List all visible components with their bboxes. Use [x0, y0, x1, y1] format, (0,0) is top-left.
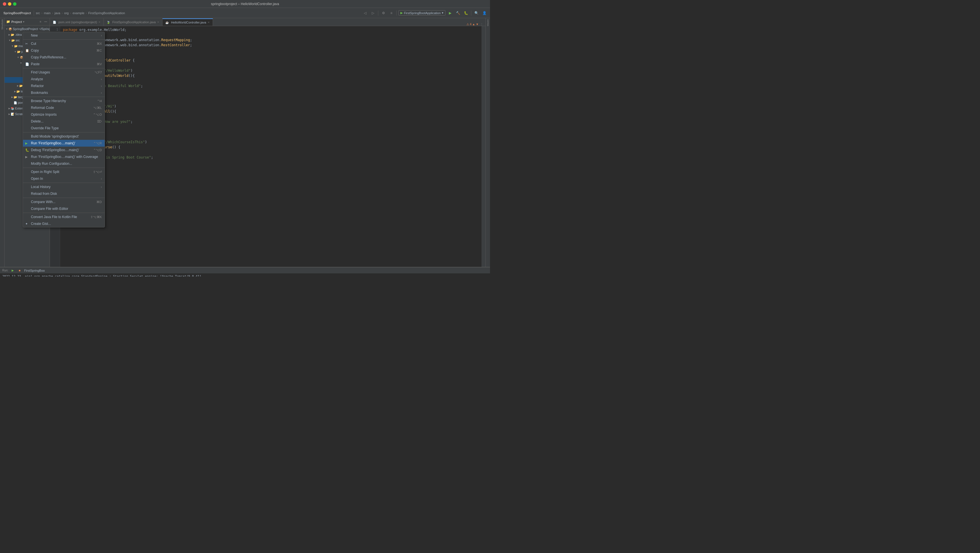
- ctx-copy[interactable]: 📋 Copy ⌘C: [23, 47, 105, 54]
- ctx-openin-arrow: ›: [101, 177, 102, 180]
- ctx-debug[interactable]: 🐛 Debug 'FirstSpringBoo....main()' ⌃⌥D: [23, 147, 105, 153]
- ctx-modifyrun-label: Modify Run Configuration...: [31, 162, 72, 166]
- ctx-reload[interactable]: Reload from Disk: [23, 190, 105, 197]
- ctx-bookmarks-label: Bookmarks: [31, 91, 48, 95]
- ctx-refactor-label: Refactor: [31, 84, 44, 88]
- ctx-run-shortcut: ⌃⌥R: [88, 142, 102, 145]
- ctx-sep5: [23, 167, 105, 168]
- ctx-cut-shortcut: ⌘X: [91, 42, 102, 46]
- ctx-typehierarchy-label: Browse Type Hierarchy: [31, 99, 66, 103]
- ctx-optimizeimports-label: Optimize Imports: [31, 113, 57, 116]
- copy-icon: 📋: [25, 49, 29, 53]
- context-menu: New › ✂ Cut ⌘X 📋 Copy ⌘C Copy Path/Refer…: [23, 32, 105, 228]
- ctx-coverage-label: Run 'FirstSpringBoo....main()' with Cove…: [31, 155, 98, 159]
- ctx-sep4: [23, 132, 105, 132]
- ctx-openin[interactable]: Open In ›: [23, 175, 105, 182]
- ctx-sep7: [23, 198, 105, 198]
- run-icon: ▶: [25, 142, 27, 145]
- ctx-delete-shortcut: ⌦: [92, 120, 102, 123]
- cut-icon: ✂: [25, 42, 28, 46]
- ctx-creategist[interactable]: ✦ Create Gist...: [23, 220, 105, 227]
- ctx-refactor-arrow: ›: [101, 84, 102, 88]
- ctx-compareeditor[interactable]: Compare File with Editor: [23, 205, 105, 212]
- ctx-run-label: Run 'FirstSpringBoo....main()': [31, 141, 75, 145]
- ctx-openrightsplit-shortcut: ⇧⌥⏎: [88, 170, 102, 174]
- ctx-openrightsplit-label: Open in Right Split: [31, 170, 59, 174]
- debug-icon: 🐛: [25, 148, 29, 152]
- ctx-overridetype-label: Override File Type: [31, 126, 59, 130]
- ctx-new[interactable]: New ›: [23, 32, 105, 39]
- ctx-buildmodule[interactable]: Build Module 'springbootproject': [23, 133, 105, 140]
- ctx-reformat-label: Reformat Code: [31, 106, 54, 110]
- ctx-copypath-label: Copy Path/Reference...: [31, 55, 66, 59]
- paste-icon: 📄: [25, 62, 29, 66]
- ctx-openrightsplit[interactable]: Open in Right Split ⇧⌥⏎: [23, 169, 105, 175]
- ctx-localhistory-arrow: ›: [101, 185, 102, 189]
- ctx-copypath[interactable]: Copy Path/Reference...: [23, 54, 105, 61]
- ctx-delete-label: Delete...: [31, 120, 44, 123]
- ctx-copy-label: Copy: [31, 48, 39, 53]
- ctx-new-arrow: ›: [101, 34, 102, 37]
- ctx-typehierarchy[interactable]: Browse Type Hierarchy ⌃H: [23, 97, 105, 104]
- ctx-findusages-label: Find Usages: [31, 70, 50, 74]
- ctx-reformat-shortcut: ⌥⌘L: [88, 106, 102, 110]
- ctx-paste-shortcut: ⌘V: [91, 62, 102, 66]
- ctx-localhistory[interactable]: Local History ›: [23, 183, 105, 190]
- ctx-paste-label: Paste: [31, 62, 40, 66]
- ctx-analyze-arrow: ›: [101, 78, 102, 81]
- ctx-run[interactable]: ▶ Run 'FirstSpringBoo....main()' ⌃⌥R: [23, 140, 105, 147]
- ctx-findusages-shortcut: ⌥F7: [89, 71, 102, 74]
- ctx-overridetype[interactable]: Override File Type: [23, 125, 105, 132]
- ctx-new-label: New: [31, 33, 38, 37]
- ctx-optimizeimports-shortcut: ⌃⌥O: [88, 113, 102, 116]
- ctx-compareeditor-label: Compare File with Editor: [31, 207, 68, 211]
- ctx-compare-label: Compare With...: [31, 200, 56, 204]
- ctx-convertkotlin-label: Convert Java File to Kotlin File: [31, 215, 77, 219]
- ctx-reload-label: Reload from Disk: [31, 192, 57, 196]
- ctx-sep8: [23, 213, 105, 213]
- ctx-cut-label: Cut: [31, 42, 36, 46]
- ctx-creategist-label: Create Gist...: [31, 222, 51, 226]
- ctx-sep6: [23, 183, 105, 183]
- ctx-coverage[interactable]: ▶ Run 'FirstSpringBoo....main()' with Co…: [23, 153, 105, 160]
- ctx-bookmarks[interactable]: Bookmarks ›: [23, 89, 105, 96]
- ctx-paste[interactable]: 📄 Paste ⌘V: [23, 61, 105, 67]
- ctx-bookmarks-arrow: ›: [101, 91, 102, 94]
- ctx-compare-shortcut: ⌘D: [91, 200, 102, 204]
- ctx-debug-label: Debug 'FirstSpringBoo....main()': [31, 148, 79, 152]
- ctx-analyze-label: Analyze: [31, 77, 43, 81]
- ctx-refactor[interactable]: Refactor ›: [23, 83, 105, 89]
- ctx-localhistory-label: Local History: [31, 185, 51, 189]
- ctx-compare[interactable]: Compare With... ⌘D: [23, 199, 105, 205]
- ctx-sep3: [23, 97, 105, 97]
- ctx-modifyrun[interactable]: Modify Run Configuration...: [23, 160, 105, 167]
- ctx-optimizeimports[interactable]: Optimize Imports ⌃⌥O: [23, 111, 105, 118]
- ctx-openin-label: Open In: [31, 177, 43, 181]
- ctx-reformat[interactable]: Reformat Code ⌥⌘L: [23, 104, 105, 111]
- ctx-convertkotlin-shortcut: ⇧⌥⌘K: [85, 215, 102, 219]
- coverage-icon: ▶: [25, 155, 27, 159]
- ctx-convertkotlin[interactable]: Convert Java File to Kotlin File ⇧⌥⌘K: [23, 214, 105, 220]
- ctx-debug-shortcut: ⌃⌥D: [88, 148, 102, 152]
- ctx-cut[interactable]: ✂ Cut ⌘X: [23, 40, 105, 47]
- ctx-analyze[interactable]: Analyze ›: [23, 76, 105, 83]
- ctx-copy-shortcut: ⌘C: [91, 49, 102, 53]
- ctx-buildmodule-label: Build Module 'springbootproject': [31, 134, 79, 139]
- ctx-findusages[interactable]: Find Usages ⌥F7: [23, 69, 105, 76]
- ctx-sep2: [23, 68, 105, 69]
- ctx-typehierarchy-shortcut: ⌃H: [91, 99, 102, 103]
- gist-icon: ✦: [25, 222, 28, 226]
- ctx-delete[interactable]: Delete... ⌦: [23, 118, 105, 125]
